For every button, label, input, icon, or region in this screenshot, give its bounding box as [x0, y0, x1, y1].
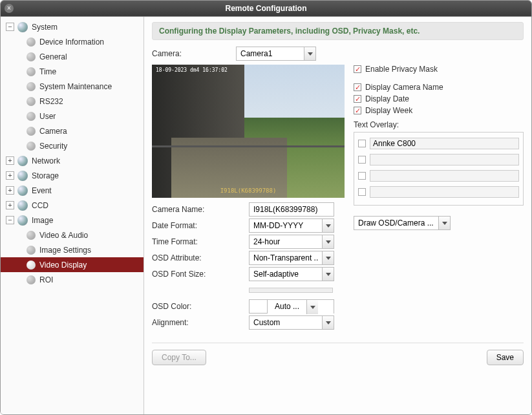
sidebar-label: Event: [32, 186, 52, 195]
sidebar-group-storage[interactable]: + Storage: [1, 168, 144, 183]
checkbox-label: Enable Privacy Mask: [365, 65, 438, 74]
sidebar-item-roi[interactable]: ROI: [1, 272, 144, 287]
osd-color-label: OSD Color:: [152, 302, 249, 311]
close-icon[interactable]: ×: [5, 4, 14, 13]
sidebar-item-label: Video Display: [39, 261, 87, 270]
sidebar-item-security[interactable]: Security: [1, 138, 144, 153]
sidebar-item-video-audio[interactable]: Video & Audio: [1, 228, 144, 242]
sidebar-group-ccd[interactable]: + CCD: [1, 198, 144, 213]
expand-icon[interactable]: +: [6, 156, 14, 165]
globe-icon: [17, 156, 28, 166]
gear-icon: [27, 67, 36, 76]
alignment-label: Alignment:: [152, 318, 249, 327]
alignment-select[interactable]: [249, 315, 334, 330]
preview-timestamp: 18-09-2023 dm4 16:37:02: [156, 67, 228, 73]
osd-color-picker[interactable]: [249, 299, 334, 314]
text-overlay-row-4[interactable]: [358, 185, 519, 199]
sidebar-item-label: Time: [39, 67, 56, 76]
sidebar-item-general[interactable]: General: [1, 49, 144, 64]
sidebar-item-label: Camera: [39, 127, 67, 136]
sidebar-item-system-maintenance[interactable]: System Maintenance: [1, 79, 144, 94]
text-overlay-label: Text Overlay:: [354, 120, 524, 129]
sidebar-group-image[interactable]: − Image: [1, 213, 144, 228]
checkbox-icon[interactable]: [358, 156, 366, 164]
expand-icon[interactable]: +: [6, 186, 14, 195]
gear-icon: [27, 246, 36, 255]
chevron-down-icon[interactable]: [322, 235, 334, 248]
gear-icon: [27, 37, 36, 47]
expand-icon[interactable]: +: [6, 171, 14, 180]
text-overlay-input-2[interactable]: [370, 154, 519, 165]
sidebar-group-event[interactable]: + Event: [1, 183, 144, 198]
gear-icon: [27, 112, 36, 121]
osd-font-size-label: OSD Font Size:: [152, 270, 249, 279]
osd-attribute-select[interactable]: [249, 251, 334, 265]
text-overlay-input-1[interactable]: [370, 138, 519, 149]
sidebar-item-user[interactable]: User: [1, 109, 144, 123]
camera-label: Camera:: [152, 49, 236, 58]
chevron-down-icon[interactable]: [322, 251, 334, 264]
gear-icon: [27, 127, 36, 136]
text-overlay-row-3[interactable]: [358, 169, 519, 183]
draw-mode-select[interactable]: [354, 216, 451, 230]
sidebar-label: Storage: [32, 171, 59, 180]
sidebar-item-label: RS232: [39, 97, 63, 106]
collapse-icon[interactable]: −: [6, 23, 14, 31]
sidebar-item-time[interactable]: Time: [1, 64, 144, 79]
titlebar: × Remote Configuration: [1, 1, 531, 16]
checkbox-icon[interactable]: [358, 188, 366, 196]
checkbox-icon[interactable]: [358, 140, 366, 147]
copy-to-button[interactable]: Copy To...: [152, 350, 206, 365]
time-format-select[interactable]: [249, 235, 334, 249]
sidebar-item-device-information[interactable]: Device Information: [1, 34, 144, 49]
gear-icon: [27, 52, 36, 61]
checkbox-icon: ✓: [354, 83, 361, 91]
sidebar-item-image-settings[interactable]: Image Settings: [1, 242, 144, 257]
text-overlay-input-3[interactable]: [370, 170, 519, 182]
sidebar-item-camera[interactable]: Camera: [1, 123, 144, 138]
chevron-down-icon[interactable]: [304, 47, 315, 60]
checkbox-icon: ✓: [354, 95, 361, 103]
sidebar-group-network[interactable]: + Network: [1, 153, 144, 168]
camera-select-value[interactable]: [237, 47, 304, 60]
window-title: Remote Configuration: [226, 4, 307, 13]
chevron-down-icon[interactable]: [306, 300, 318, 314]
sidebar-group-system[interactable]: − System: [1, 19, 144, 34]
globe-icon: [17, 186, 28, 196]
display-date-checkbox[interactable]: ✓Display Date: [354, 94, 524, 103]
sidebar-item-label: General: [39, 52, 67, 61]
text-overlay-input-4[interactable]: [370, 186, 519, 198]
osd-font-size-slider[interactable]: [249, 288, 333, 293]
globe-icon: [17, 200, 28, 211]
chevron-down-icon[interactable]: [438, 217, 450, 229]
expand-icon[interactable]: +: [6, 201, 14, 209]
camera-select[interactable]: [236, 47, 316, 61]
sidebar-label: Network: [32, 156, 60, 165]
sidebar-label: System: [32, 23, 58, 32]
checkbox-label: Display Camera Name: [365, 83, 443, 92]
enable-privacy-mask-checkbox[interactable]: ✓Enable Privacy Mask: [354, 65, 524, 74]
video-preview[interactable]: 18-09-2023 dm4 16:37:02 I918L(K68399788): [152, 65, 345, 198]
display-camera-name-checkbox[interactable]: ✓Display Camera Name: [354, 83, 524, 92]
save-button[interactable]: Save: [487, 350, 524, 365]
chevron-down-icon[interactable]: [322, 219, 334, 232]
camera-name-input[interactable]: [249, 202, 334, 217]
chevron-down-icon[interactable]: [322, 316, 334, 329]
osd-font-size-select[interactable]: [249, 267, 334, 281]
date-format-select[interactable]: [249, 218, 334, 233]
checkbox-icon[interactable]: [358, 172, 366, 180]
sidebar-item-rs232[interactable]: RS232: [1, 94, 144, 109]
sidebar-item-video-display[interactable]: Video Display: [1, 257, 144, 272]
sidebar-item-label: Security: [39, 142, 67, 151]
gear-icon: [27, 82, 36, 91]
chevron-down-icon[interactable]: [322, 268, 334, 281]
globe-icon: [17, 171, 28, 181]
text-overlay-row-1[interactable]: [358, 136, 519, 151]
gear-icon: [27, 261, 36, 270]
display-week-checkbox[interactable]: ✓Display Week: [354, 106, 524, 115]
osd-attribute-label: OSD Attribute:: [152, 253, 249, 262]
collapse-icon[interactable]: −: [6, 216, 14, 224]
text-overlay-row-2[interactable]: [358, 153, 519, 167]
checkbox-label: Display Date: [365, 94, 409, 103]
checkbox-icon: ✓: [354, 65, 361, 73]
